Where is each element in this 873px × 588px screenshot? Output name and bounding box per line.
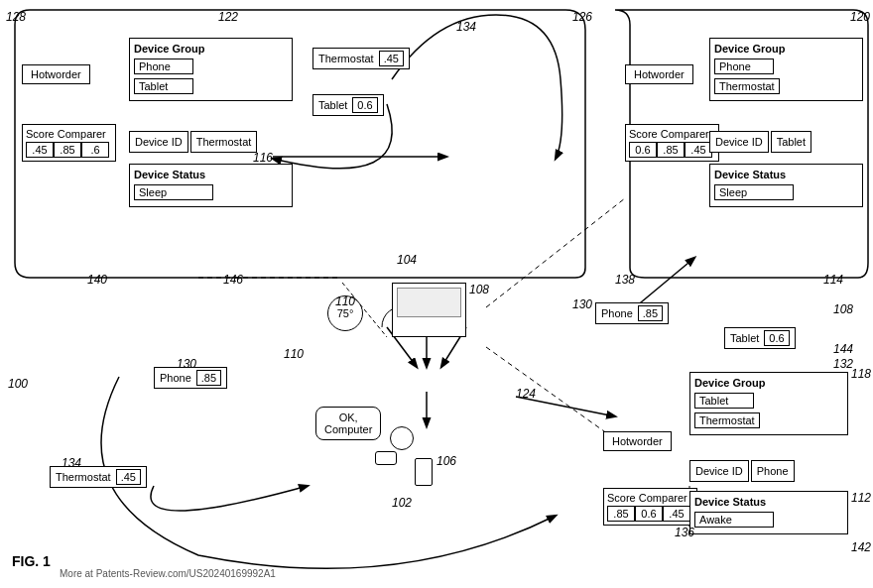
- num-142: 142: [851, 540, 871, 554]
- device-id-val-br: Phone: [757, 465, 789, 477]
- num-102: 102: [392, 496, 412, 510]
- score-val-2-br: 0.6: [635, 506, 663, 522]
- central-ear-device: [375, 451, 397, 465]
- device-id-box-left: Device ID: [129, 131, 188, 153]
- score-val-1-left: .45: [26, 142, 54, 158]
- num-136: 136: [675, 526, 694, 539]
- num-124: 124: [516, 387, 536, 401]
- hotworder-label-right: Hotworder: [634, 68, 685, 80]
- thermostat-val-left: .45: [116, 469, 141, 485]
- num-130b: 130: [572, 297, 592, 311]
- hotworder-box-left: Hotworder: [22, 64, 90, 84]
- phone-box-top-right: Phone .85: [595, 302, 669, 324]
- score-comparer-title-br: Score Comparer: [607, 492, 693, 504]
- tablet-center-label: Tablet: [318, 99, 347, 111]
- device-id-label-br: Device ID: [695, 465, 743, 477]
- hotworder-box-right: Hotworder: [625, 64, 693, 84]
- score-val-3-right: .45: [685, 142, 712, 158]
- num-112: 112: [851, 491, 871, 505]
- device-group-left: Device Group Phone Tablet: [129, 38, 293, 101]
- device-group-right: Device Group Phone Thermostat: [709, 38, 863, 101]
- tablet-center-box: Tablet 0.6: [312, 94, 384, 116]
- num-114: 114: [823, 273, 843, 287]
- device-group-thermostat-right: Thermostat: [714, 78, 780, 94]
- svg-line-3: [486, 198, 625, 307]
- thermostat-center-label: Thermostat: [318, 53, 374, 64]
- svg-line-9: [635, 258, 694, 307]
- num-108a: 108: [469, 283, 489, 296]
- device-status-title-br: Device Status: [694, 496, 843, 508]
- phone-label-left: Phone: [160, 372, 191, 384]
- thermostat-center-box: Thermostat .45: [312, 48, 410, 69]
- num-116: 116: [253, 151, 273, 165]
- device-id-value-right: Tablet: [771, 131, 811, 153]
- num-138: 138: [615, 273, 635, 287]
- device-group-tablet-br: Tablet: [694, 393, 754, 409]
- device-id-value-br: Phone: [751, 460, 795, 482]
- device-status-val-right: Sleep: [714, 184, 794, 200]
- device-group-title-left: Device Group: [134, 43, 288, 55]
- tablet-center-val: 0.6: [352, 97, 377, 113]
- tablet-val-right: 0.6: [764, 330, 789, 346]
- score-val-3-left: .6: [81, 142, 109, 158]
- device-group-title-br: Device Group: [694, 377, 843, 389]
- device-status-left: Device Status Sleep: [129, 164, 293, 207]
- thermostat-center-val: .45: [379, 51, 404, 66]
- device-status-right: Device Status Sleep: [709, 164, 863, 207]
- device-group-tablet-left: Tablet: [134, 78, 193, 94]
- num-106: 106: [436, 454, 456, 468]
- ok-computer-text: OK, Computer: [324, 412, 372, 435]
- central-phone-device: [415, 458, 433, 486]
- fig-label: FIG. 1: [12, 553, 51, 569]
- num-128: 128: [6, 10, 26, 24]
- device-id-box-right: Device ID: [709, 131, 769, 153]
- score-comparer-br: Score Comparer .85 0.6 .45: [603, 488, 697, 526]
- device-status-val-left: Sleep: [134, 184, 213, 200]
- num-120: 120: [850, 10, 870, 24]
- device-status-title-left: Device Status: [134, 169, 288, 180]
- hotworder-box-br: Hotworder: [603, 431, 672, 451]
- num-130a: 130: [177, 357, 196, 371]
- num-110a: 110: [284, 347, 304, 361]
- phone-label-top-right: Phone: [601, 307, 633, 319]
- num-140: 140: [87, 273, 107, 287]
- device-group-phone-right: Phone: [714, 59, 774, 74]
- device-group-phone-left: Phone: [134, 59, 193, 74]
- device-status-val-br: Awake: [694, 512, 774, 528]
- score-val-1-br: .85: [607, 506, 635, 522]
- score-val-3-br: .45: [663, 506, 690, 522]
- phone-val-left: .85: [196, 370, 221, 386]
- thermostat-label-left: Thermostat: [56, 471, 111, 483]
- num-122: 122: [218, 10, 238, 24]
- device-group-br: Device Group Tablet Thermostat: [689, 372, 848, 435]
- score-val-2-right: .85: [657, 142, 685, 158]
- score-val-2-left: .85: [54, 142, 81, 158]
- device-id-label-right: Device ID: [715, 136, 763, 148]
- device-id-val-right: Tablet: [777, 136, 806, 148]
- device-status-title-right: Device Status: [714, 169, 858, 180]
- score-comparer-right: Score Comparer 0.6 .85 .45: [625, 124, 719, 162]
- tablet-box-right: Tablet 0.6: [724, 327, 796, 349]
- num-108b: 108: [833, 302, 853, 316]
- device-id-label-left: Device ID: [135, 136, 183, 148]
- tablet-label-right: Tablet: [730, 332, 759, 344]
- central-monitor: [392, 283, 466, 337]
- device-group-title-right: Device Group: [714, 43, 858, 55]
- device-id-box-br: Device ID: [689, 460, 749, 482]
- num-118: 118: [851, 367, 871, 381]
- score-val-1-right: 0.6: [629, 142, 657, 158]
- num-110b: 110: [335, 294, 355, 308]
- device-group-thermostat-br: Thermostat: [694, 412, 760, 428]
- device-id-val-left: Thermostat: [196, 136, 252, 148]
- num-126: 126: [572, 10, 592, 24]
- speech-bubble: OK, Computer: [315, 407, 381, 440]
- num-100: 100: [8, 377, 28, 391]
- score-comparer-title-right: Score Comparer: [629, 128, 715, 140]
- device-id-value-left: Thermostat: [190, 131, 258, 153]
- watermark: More at Patents-Review.com/US20240169992…: [60, 568, 276, 579]
- num-146: 146: [223, 273, 243, 287]
- score-comparer-title-left: Score Comparer: [26, 128, 112, 140]
- num-144: 144: [833, 342, 853, 356]
- hotworder-label-left: Hotworder: [31, 68, 81, 80]
- score-comparer-left: Score Comparer .45 .85 .6: [22, 124, 116, 162]
